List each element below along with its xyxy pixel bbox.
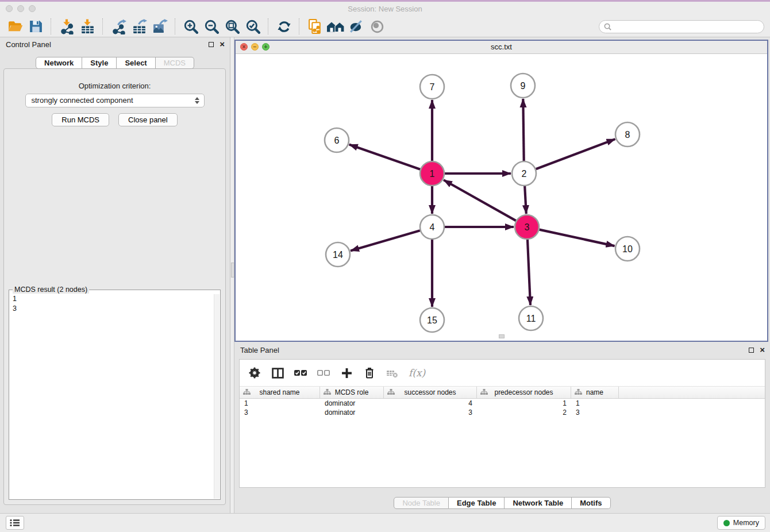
graph-node-3[interactable]: 3	[515, 215, 539, 239]
delete-table-icon[interactable]	[386, 366, 399, 380]
close-table-panel-icon[interactable]: ×	[760, 347, 765, 353]
network-minimize-icon[interactable]: −	[251, 43, 259, 51]
maximize-window-icon[interactable]	[29, 5, 36, 12]
graphics-details-icon[interactable]	[346, 18, 367, 35]
export-network-icon[interactable]	[108, 18, 129, 35]
list-icon	[10, 519, 20, 527]
network-window-titlebar[interactable]: × − + scc.txt	[236, 41, 767, 54]
table-tabs: Node TableEdge TableNetwork TableMotifs	[234, 497, 770, 509]
control-panel-tabs: NetworkStyleSelectMCDS	[0, 57, 230, 69]
graph-node-11[interactable]: 11	[519, 306, 543, 330]
status-bar: Memory	[0, 513, 770, 532]
table-mode-gear-icon[interactable]	[248, 366, 261, 380]
table-tab-node-table[interactable]: Node Table	[394, 497, 449, 509]
graph-node-6[interactable]: 6	[325, 128, 349, 152]
network-resize-grip[interactable]	[499, 334, 505, 338]
run-mcds-button[interactable]: Run MCDS	[52, 113, 109, 126]
search-input[interactable]	[614, 21, 764, 32]
close-panel-icon[interactable]: ×	[220, 41, 225, 47]
graph-node-14[interactable]: 14	[326, 242, 350, 267]
edge-3-11[interactable]	[528, 240, 530, 305]
result-scrollbar[interactable]	[214, 294, 220, 499]
toolbar-separator	[299, 18, 300, 34]
import-network-icon[interactable]	[56, 18, 77, 35]
close-window-icon[interactable]	[6, 5, 13, 12]
delete-column-icon[interactable]	[363, 366, 376, 380]
edge-3-1[interactable]	[444, 180, 516, 221]
create-column-icon[interactable]	[340, 366, 353, 380]
clone-network-icon[interactable]	[305, 18, 325, 35]
deselect-all-columns-icon[interactable]	[317, 366, 330, 380]
search-icon	[604, 23, 611, 30]
graph-node-7[interactable]: 7	[420, 75, 444, 99]
tab-network[interactable]: Network	[36, 57, 82, 69]
column-header-predecessor-nodes[interactable]: predecessor nodes	[477, 387, 571, 398]
column-header-shared-name[interactable]: shared name	[240, 387, 320, 398]
open-session-icon[interactable]	[5, 18, 25, 35]
graph-node-10[interactable]: 10	[615, 237, 640, 261]
memory-status-icon	[723, 520, 730, 526]
node-table: f(x) shared nameMCDS rolesuccessor nodes…	[239, 359, 765, 488]
edge-2-8[interactable]	[536, 139, 615, 169]
export-table-icon[interactable]	[129, 18, 149, 35]
panel-splitter[interactable]	[230, 37, 234, 514]
show-column-icon[interactable]	[271, 366, 284, 380]
svg-text:7: 7	[430, 82, 435, 92]
graph-node-8[interactable]: 8	[615, 122, 640, 147]
task-history-button[interactable]	[6, 516, 24, 530]
apply-layout-icon[interactable]	[274, 18, 294, 35]
table-row[interactable]: 1dominator411	[240, 399, 765, 408]
edge-2-9[interactable]	[523, 99, 523, 161]
svg-text:8: 8	[625, 130, 630, 140]
column-header-successor-nodes[interactable]: successor nodes	[384, 387, 477, 398]
network-canvas[interactable]: 7968124314101511	[236, 53, 767, 341]
tab-select[interactable]: Select	[117, 57, 155, 69]
criterion-dropdown[interactable]: strongly connected component	[25, 94, 205, 107]
cell-name: 3	[571, 408, 619, 417]
table-tab-edge-table[interactable]: Edge Table	[449, 497, 505, 509]
table-body: 1dominator4113dominator323	[240, 399, 765, 417]
select-all-columns-icon[interactable]	[294, 366, 307, 380]
graph-node-15[interactable]: 15	[420, 308, 444, 332]
edge-3-10[interactable]	[539, 230, 614, 246]
tab-style[interactable]: Style	[82, 57, 117, 69]
window-titlebar: Session: New Session	[0, 2, 770, 17]
edge-1-6[interactable]	[349, 145, 421, 169]
graph-node-1[interactable]: 1	[420, 161, 444, 186]
column-header-name[interactable]: name	[571, 387, 619, 398]
search-box[interactable]	[599, 20, 764, 33]
window-title: Session: New Session	[0, 2, 770, 16]
zoom-selected-icon[interactable]	[242, 18, 263, 35]
cell-predecessor-nodes: 2	[477, 408, 571, 417]
function-builder-icon[interactable]: f(x)	[409, 367, 425, 379]
network-maximize-icon[interactable]: +	[262, 43, 270, 51]
save-session-icon[interactable]	[25, 18, 46, 35]
home-view-icon[interactable]	[325, 18, 346, 35]
float-table-panel-icon[interactable]	[749, 348, 754, 353]
graph-node-4[interactable]: 4	[420, 215, 444, 239]
graph-node-2[interactable]: 2	[512, 161, 536, 186]
toolbar-separator	[175, 18, 176, 34]
table-tab-motifs[interactable]: Motifs	[572, 497, 610, 509]
network-close-icon[interactable]: ×	[240, 43, 248, 51]
edge-4-14[interactable]	[351, 230, 420, 250]
export-image-icon[interactable]	[149, 18, 170, 35]
column-header-MCDS-role[interactable]: MCDS role	[320, 387, 384, 398]
traffic-lights[interactable]	[6, 5, 36, 12]
zoom-fit-icon[interactable]	[222, 18, 242, 35]
memory-button[interactable]: Memory	[717, 516, 765, 530]
zoom-out-icon[interactable]	[201, 18, 222, 35]
mcds-result-box: MCDS result (2 nodes) 13	[9, 286, 221, 500]
zoom-in-icon[interactable]	[180, 18, 201, 35]
tab-mcds[interactable]: MCDS	[156, 57, 194, 69]
birds-eye-view-icon[interactable]	[367, 18, 387, 35]
edge-2-3[interactable]	[525, 186, 526, 214]
table-tab-network-table[interactable]: Network Table	[505, 497, 572, 509]
table-row[interactable]: 3dominator323	[240, 408, 765, 417]
close-panel-button[interactable]: Close panel	[118, 113, 178, 126]
svg-text:11: 11	[526, 314, 536, 323]
float-panel-icon[interactable]	[209, 42, 214, 47]
graph-node-9[interactable]: 9	[511, 74, 535, 98]
minimize-window-icon[interactable]	[17, 5, 24, 12]
import-table-icon[interactable]	[77, 18, 98, 35]
